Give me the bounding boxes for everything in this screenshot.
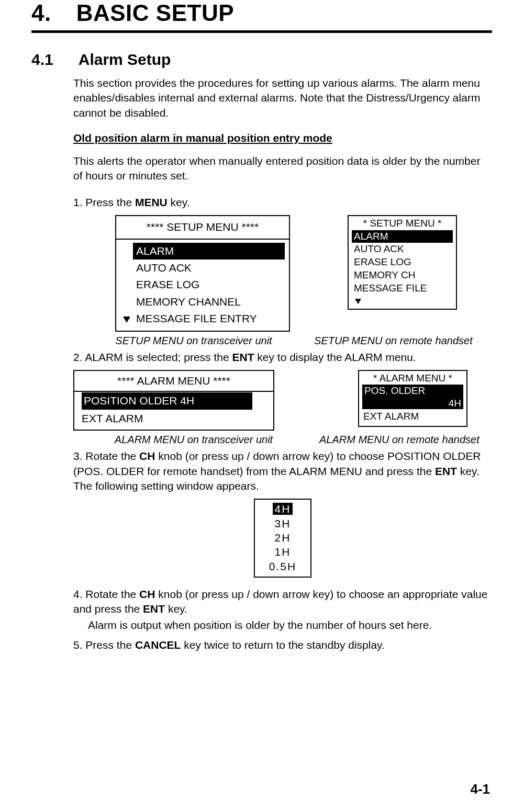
step-4-text-a: 4. Rotate the: [73, 588, 139, 600]
caption-alarm-handset: ALARM MENU on remote handset: [319, 434, 492, 446]
step-3-text-a: 3. Rotate the: [73, 450, 139, 462]
ent-key-label-3: ENT: [143, 603, 165, 615]
step-1-text-c: key.: [168, 196, 190, 208]
ch-knob-label-2: CH: [139, 588, 155, 600]
scroll-down-icon: [123, 317, 130, 323]
setup-small-item-alarm: ALARM: [352, 230, 453, 243]
chapter-number: 4.: [31, 0, 51, 26]
cancel-key-label: CANCEL: [135, 639, 181, 651]
caption-setup-handset: SETUP MENU on remote handset: [314, 335, 492, 347]
menu-key-label: MENU: [135, 196, 168, 208]
step-2-text-c: key to display the ALARM menu.: [254, 351, 416, 363]
section-number: 4.1: [31, 51, 53, 69]
subsection-body: This alerts the operator when manually e…: [73, 154, 492, 184]
step-2-text-a: 2. ALARM is selected; press the: [73, 351, 232, 363]
section-title: Alarm Setup: [79, 51, 171, 69]
chapter-title: BASIC SETUP: [76, 0, 234, 26]
alarm-small-header: * ALARM MENU *: [359, 372, 466, 385]
scroll-down-icon: [355, 299, 361, 304]
section-intro: This section provides the procedures for…: [73, 76, 492, 120]
setup-big-item-autoack: AUTO ACK: [133, 260, 285, 276]
step-4: 4. Rotate the CH knob (or press up / dow…: [73, 587, 492, 617]
setup-small-item-memch: MEMORY CH: [352, 269, 418, 282]
step-1: 1. Press the MENU key.: [73, 195, 492, 210]
alarm-big-position-older: POSITION OLDER 4H: [82, 392, 252, 409]
setup-big-item-alarm: ALARM: [133, 243, 285, 260]
alarm-big-header: **** ALARM MENU ****: [74, 371, 273, 391]
setup-menu-handset-screen: * SETUP MENU * ALARM AUTO ACK ERASE LOG …: [348, 215, 457, 310]
alarm-small-pos-older: POS. OLDER: [364, 385, 461, 397]
alarm-menu-transceiver-screen: **** ALARM MENU **** POSITION OLDER 4H E…: [73, 370, 274, 431]
alarm-big-ext-alarm: EXT ALARM: [82, 412, 143, 424]
hours-option-4h: 4H: [273, 503, 293, 515]
setup-big-item-msgfile: MESSAGE FILE ENTRY: [133, 310, 285, 327]
setup-big-item-eraselog: ERASE LOG: [133, 276, 285, 293]
step-5-text-c: key twice to return to the standby displ…: [181, 639, 384, 651]
step-4-note: Alarm is output when position is older b…: [73, 618, 492, 633]
setup-menu-transceiver-screen: **** SETUP MENU **** ALARM AUTO ACK ERAS…: [115, 215, 290, 332]
step-1-text-a: 1. Press the: [73, 196, 135, 208]
hours-option-3h: 3H: [275, 517, 291, 529]
caption-alarm-transceiver: ALARM MENU on transceiver unit: [89, 434, 298, 446]
alarm-menu-handset-screen: * ALARM MENU * POS. OLDER 4H EXT ALARM: [358, 370, 467, 427]
setup-menu-big-header: **** SETUP MENU ****: [116, 216, 289, 238]
setup-small-item-msgfile: MESSAGE FILE: [352, 282, 429, 295]
caption-setup-transceiver: SETUP MENU on transceiver unit: [94, 335, 293, 347]
setup-big-item-memch: MEMORY CHANNEL: [133, 294, 285, 310]
ch-knob-label: CH: [139, 450, 155, 462]
ent-key-label: ENT: [232, 351, 254, 363]
subsection-heading: Old position alarm in manual position en…: [73, 132, 492, 144]
hours-option-2h: 2H: [275, 532, 291, 544]
ent-key-label-2: ENT: [435, 465, 457, 477]
step-5-text-a: 5. Press the: [73, 639, 135, 651]
setup-small-item-eraselog: ERASE LOG: [352, 256, 414, 269]
alarm-small-ext-alarm: EXT ALARM: [359, 410, 466, 423]
setup-small-header: * SETUP MENU *: [349, 217, 456, 230]
hours-option-1h: 1H: [275, 546, 291, 558]
hours-option-0-5h: 0.5H: [269, 560, 296, 572]
hours-selector-screen: 4H 3H 2H 1H 0.5H: [254, 499, 311, 577]
step-5: 5. Press the CANCEL key twice to return …: [73, 638, 492, 652]
page-number: 4-1: [470, 781, 490, 797]
chapter-rule: [31, 30, 492, 33]
step-2: 2. ALARM is selected; press the ENT key …: [73, 350, 492, 365]
setup-small-item-autoack: AUTO ACK: [352, 243, 406, 256]
alarm-small-pos-older-value: 4H: [364, 397, 461, 410]
step-4-text-e: key.: [165, 603, 187, 615]
step-3: 3. Rotate the CH knob (or press up / dow…: [73, 449, 492, 493]
